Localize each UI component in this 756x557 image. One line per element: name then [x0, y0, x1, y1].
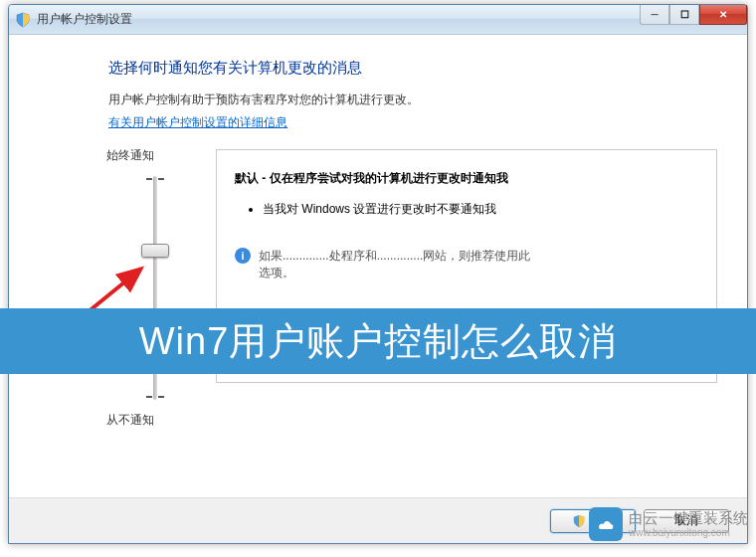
info-list: 当我对 Windows 设置进行更改时不要通知我: [235, 201, 698, 218]
close-button[interactable]: ✕: [699, 5, 747, 25]
slider-label-bottom: 从不通知: [106, 412, 188, 429]
maximize-button[interactable]: ☐: [669, 5, 699, 25]
slider-tick: [146, 178, 164, 180]
overlay-banner: Win7用户账户控制怎么取消: [0, 308, 756, 374]
info-icon: i: [235, 248, 251, 264]
maximize-icon: ☐: [680, 9, 689, 20]
close-icon: ✕: [719, 9, 727, 20]
slider-tick: [146, 396, 164, 398]
info-bullet: 当我对 Windows 设置进行更改时不要通知我: [263, 201, 698, 218]
info-note-tail: 选项。: [259, 266, 294, 279]
learn-more-link[interactable]: 有关用户帐户控制设置的详细信息: [108, 115, 287, 129]
info-note-text: 如果..............处程序和..............网站，则推荐…: [259, 249, 530, 263]
slider-area: 始终通知 从不通知 默认 - 仅在程序尝试对我的计算机进行更改时通知我 当我对 …: [108, 147, 717, 429]
minimize-icon: ─: [651, 9, 658, 20]
shield-icon: [15, 12, 31, 28]
titlebar[interactable]: 用户帐户控制设置 ─ ☐ ✕: [9, 5, 747, 35]
info-title: 默认 - 仅在程序尝试对我的计算机进行更改时通知我: [235, 170, 698, 187]
slider-label-top: 始终通知: [106, 147, 188, 164]
minimize-button[interactable]: ─: [640, 5, 669, 25]
watermark-icon: [589, 507, 623, 541]
watermark-text: 白云一键重装系统 www.baiyunxitong.com: [629, 510, 748, 538]
window-controls: ─ ☐ ✕: [640, 5, 747, 25]
description-text: 用户帐户控制有助于预防有害程序对您的计算机进行更改。: [108, 92, 717, 108]
slider-thumb[interactable]: [141, 244, 169, 258]
slider-column: 始终通知 从不通知: [108, 147, 188, 429]
content-area: 选择何时通知您有关计算机更改的消息 用户帐户控制有助于预防有害程序对您的计算机进…: [9, 35, 747, 497]
window-title: 用户帐户控制设置: [37, 11, 640, 28]
watermark: 白云一键重装系统 www.baiyunxitong.com: [589, 507, 748, 541]
watermark-line1: 白云一键重装系统: [629, 510, 748, 527]
uac-settings-window: 用户帐户控制设置 ─ ☐ ✕ 选择何时通知您有关计算机更改的消息 用户帐户控制有…: [8, 4, 748, 544]
page-heading: 选择何时通知您有关计算机更改的消息: [108, 59, 717, 78]
shield-icon: [572, 514, 586, 528]
info-recommendation: i 如果..............处程序和..............网站，则…: [235, 248, 698, 281]
watermark-line2: www.baiyunxitong.com: [629, 527, 748, 538]
